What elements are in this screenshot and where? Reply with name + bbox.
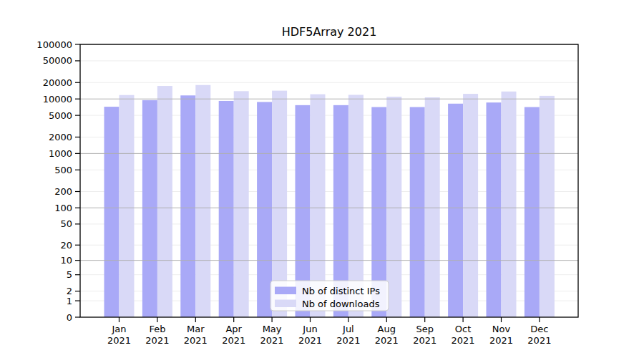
x-tick-year-label: 2021 [336, 335, 360, 346]
y-tick-label: 100 [54, 203, 72, 213]
bar-downloads [157, 86, 172, 317]
x-tick-year-label: 2021 [107, 335, 131, 346]
y-tick-label: 20000 [43, 77, 72, 88]
bar-distinct-ips [142, 100, 157, 317]
x-tick-month-label: Dec [530, 324, 548, 334]
bar-downloads [234, 91, 249, 317]
bar-downloads [195, 85, 210, 317]
bar-downloads [463, 94, 478, 317]
x-tick-month-label: Nov [492, 324, 511, 334]
bar-downloads [425, 97, 440, 317]
x-tick-month-label: Jul [342, 324, 354, 334]
x-tick-month-label: Jan [111, 324, 126, 334]
bar-distinct-ips [257, 102, 272, 317]
y-tick-label: 2 [67, 286, 72, 296]
x-tick-year-label: 2021 [375, 335, 399, 346]
y-tick-label: 0 [67, 312, 72, 323]
x-tick-year-label: 2021 [222, 335, 245, 346]
x-tick-month-label: Jun [302, 324, 317, 334]
legend-label-downloads: Nb of downloads [302, 299, 380, 309]
download-stats-chart: 0125102050100200500100020005000100002000… [0, 0, 644, 358]
y-tick-label: 50000 [43, 55, 72, 66]
x-tick-month-label: Mar [187, 324, 205, 334]
x-tick-year-label: 2021 [184, 335, 208, 346]
legend-swatch-downloads [275, 300, 296, 308]
x-tick-month-label: Feb [149, 324, 165, 334]
y-tick-label: 10000 [43, 94, 72, 105]
bar-distinct-ips [487, 102, 502, 317]
bar-downloads [502, 92, 517, 317]
y-tick-label: 200 [54, 186, 72, 197]
legend-swatch-distinct-ips [275, 287, 296, 295]
x-tick-month-label: May [263, 324, 282, 334]
legend: Nb of distinct IPsNb of downloads [270, 281, 389, 311]
bar-distinct-ips [180, 95, 195, 317]
y-tick-label: 5000 [49, 110, 72, 121]
x-tick-year-label: 2021 [260, 335, 284, 346]
y-tick-label: 2000 [49, 132, 72, 142]
bar-distinct-ips [448, 104, 463, 317]
x-tick-month-label: Aug [378, 324, 396, 334]
x-tick-month-label: Apr [225, 324, 242, 334]
y-tick-label: 50 [60, 218, 72, 229]
x-tick-year-label: 2021 [413, 335, 436, 346]
x-tick-year-label: 2021 [145, 335, 169, 346]
y-tick-label: 500 [54, 165, 72, 175]
y-tick-label: 10 [60, 255, 72, 266]
y-tick-label: 1000 [49, 148, 72, 159]
x-tick-year-label: 2021 [489, 335, 513, 346]
bar-chart-svg: 0125102050100200500100020005000100002000… [0, 0, 644, 358]
legend-label-distinct-ips: Nb of distinct IPs [302, 286, 380, 296]
chart-title: HDF5Array 2021 [282, 25, 377, 39]
y-tick-label: 100000 [36, 39, 72, 50]
bar-downloads [540, 96, 555, 317]
bar-distinct-ips [219, 101, 234, 317]
y-tick-label: 1 [67, 296, 72, 306]
x-tick-year-label: 2021 [527, 335, 551, 346]
bar-distinct-ips [525, 107, 540, 317]
y-tick-label: 5 [67, 269, 72, 280]
x-tick-year-label: 2021 [298, 335, 322, 346]
bar-downloads [119, 95, 135, 317]
bar-distinct-ips [104, 107, 119, 317]
bar-distinct-ips [410, 107, 425, 317]
x-tick-month-label: Oct [455, 324, 471, 334]
y-tick-label: 20 [60, 240, 72, 251]
x-tick-month-label: Sep [416, 324, 434, 334]
x-tick-year-label: 2021 [452, 335, 475, 346]
